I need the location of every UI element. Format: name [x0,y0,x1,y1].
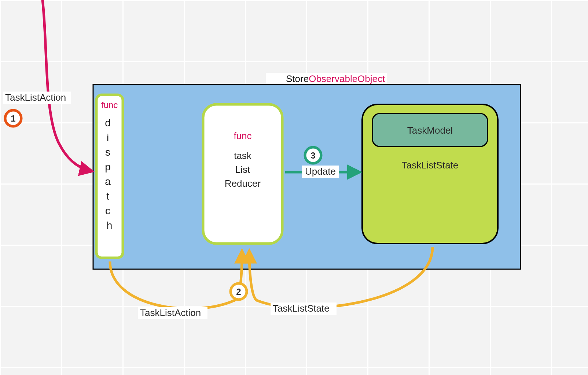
store-title-store: Store [286,73,309,84]
dispatch-keyword: func [101,100,118,110]
reducer-name-1: task [234,150,252,161]
right-edge-label: TaskListState [273,303,330,314]
reducer-name-2: List [235,164,250,175]
left-edge-label: TaskListAction [140,307,201,318]
diagram-canvas: StoreObservableObject func d i s p a t c… [0,0,588,375]
store-title-observable: ObservableObject [309,73,385,84]
dispatch-box: func d i s p a t c h [96,95,123,258]
store-title: StoreObservableObject [286,73,385,84]
action-label: TaskListAction [5,92,66,103]
state-inner-label: TaskModel [407,125,453,136]
reducer-name-3: Reducer [225,178,261,189]
state-outer-label: TaskListState [402,160,459,171]
step-3-num: 3 [310,151,315,160]
reducer-keyword: func [234,130,251,141]
step-1-num: 1 [11,114,15,123]
state-box: TaskModel TaskListState [362,104,498,244]
step-2-num: 2 [236,287,241,297]
reducer-box: func task List Reducer [203,104,282,244]
update-label: Update [305,166,336,177]
